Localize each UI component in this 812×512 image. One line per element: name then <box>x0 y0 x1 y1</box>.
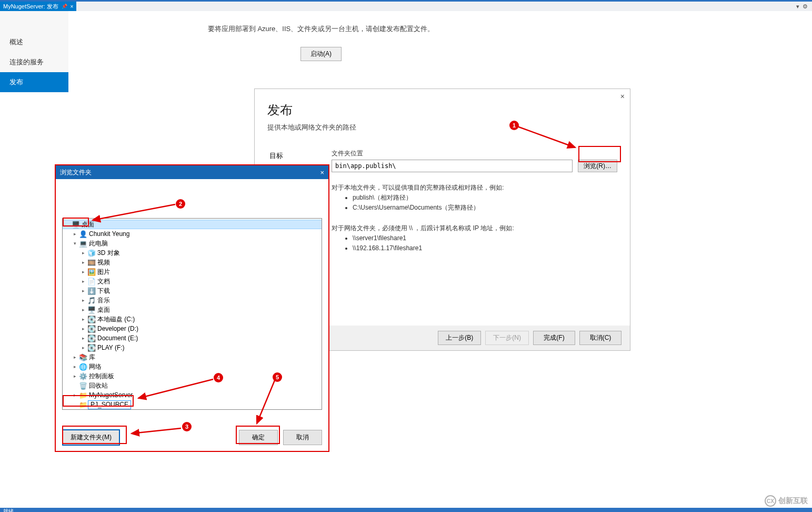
folder-icon: 🖥️ <box>71 221 81 229</box>
chevron-down-icon[interactable]: ▾ <box>71 241 78 246</box>
tree-node[interactable]: ▸🖥️桌面 <box>63 220 322 229</box>
chevron-right-icon[interactable]: ▸ <box>71 355 78 360</box>
sidebar-item-publish[interactable]: 发布 <box>0 72 68 92</box>
tree-node-label: 图片 <box>96 268 110 277</box>
folder-icon: ⚙️ <box>78 372 88 380</box>
tree-node-label: 桌面 <box>81 220 94 229</box>
gear-icon[interactable]: ⚙ <box>803 3 808 10</box>
tree-node-label: 下载 <box>96 287 110 296</box>
ok-button[interactable]: 确定 <box>239 430 278 445</box>
chevron-right-icon[interactable]: ▸ <box>79 269 87 274</box>
chevron-right-icon[interactable]: ▸ <box>71 364 78 369</box>
chevron-right-icon[interactable]: ▸ <box>71 392 78 398</box>
desc-network-intro: 对于网络文件夹，必须使用 \\ ，后跟计算机名称或 IP 地址，例如: <box>332 223 617 233</box>
dialog-subtitle: 提供本地或网络文件夹的路径 <box>267 123 617 132</box>
cancel-button[interactable]: 取消 <box>283 430 322 445</box>
watermark: CX 创新互联 <box>765 495 808 507</box>
folder-location-input[interactable] <box>332 160 573 172</box>
folder-icon: 📁 <box>78 401 88 409</box>
tree-node[interactable]: ▸🎵音乐 <box>63 296 322 305</box>
tree-node[interactable]: ▸📁MyNugetServer <box>63 390 322 400</box>
document-tab-row: MyNugetServer: 发布 📌 × ▾ ⚙ <box>0 2 812 11</box>
list-item: \\server1\fileshare1 <box>353 233 617 243</box>
tab-title: MyNugetServer: 发布 <box>3 3 58 11</box>
chevron-right-icon[interactable]: ▸ <box>79 307 87 312</box>
prev-button[interactable]: 上一步(B) <box>438 331 481 345</box>
tree-node[interactable]: ▸💽本地磁盘 (C:) <box>63 314 322 324</box>
cancel-button[interactable]: 取消(C) <box>579 331 621 345</box>
folder-tree[interactable]: ▸🖥️桌面▸👤Chunkit Yeung▾💻此电脑▸🧊3D 对象▸🎞️视频▸🖼️… <box>62 218 322 410</box>
sidebar-item-overview[interactable]: 概述 <box>0 32 68 52</box>
tree-node[interactable]: ▸📚库 <box>63 352 322 362</box>
tree-node-label: 音乐 <box>96 296 110 305</box>
new-folder-button[interactable]: 新建文件夹(M) <box>62 429 120 446</box>
finish-button[interactable]: 完成(F) <box>533 331 575 345</box>
tree-node-label: 文档 <box>96 277 110 286</box>
desc-local-list: publish\（相对路径） C:\Users\Username\Documen… <box>353 193 617 213</box>
tree-node[interactable]: ▸⬇️下载 <box>63 286 322 296</box>
chevron-right-icon[interactable]: ▸ <box>79 298 87 303</box>
tree-node-label: PLAY (F:) <box>96 344 125 351</box>
tree-node-label: Document (E:) <box>96 334 138 342</box>
tree-node-label: 3D 对象 <box>96 249 120 258</box>
folder-icon: 👤 <box>78 230 88 238</box>
tree-node[interactable]: ▸🌐网络 <box>63 362 322 371</box>
chevron-right-icon[interactable]: ▸ <box>79 250 87 255</box>
status-bar: 就绪 <box>0 508 812 512</box>
folder-icon: 💽 <box>87 344 96 352</box>
tree-node[interactable]: ▸📄文档 <box>63 277 322 286</box>
hint-text: 要将应用部署到 Azure、IIS、文件夹或另一台主机，请创建发布配置文件。 <box>174 24 468 34</box>
browse-button[interactable]: 浏览(R)… <box>578 160 617 172</box>
tree-node-label: 控制面板 <box>88 372 114 381</box>
chevron-right-icon[interactable]: ▸ <box>79 326 87 331</box>
folder-icon: 💽 <box>87 325 96 333</box>
folder-icon: 📄 <box>87 278 96 285</box>
chevron-right-icon[interactable]: ▸ <box>79 279 87 284</box>
step-target[interactable]: 目标 <box>267 148 320 164</box>
chevron-right-icon[interactable]: ▸ <box>71 231 78 237</box>
tree-node[interactable]: ▸👤Chunkit Yeung <box>63 229 322 239</box>
tree-node[interactable]: ▸💽PLAY (F:) <box>63 343 322 352</box>
browse-dialog-title: 浏览文件夹 <box>60 168 92 177</box>
tree-node[interactable]: ▸🗑️回收站 <box>63 381 322 390</box>
tree-node[interactable]: ▸💽Document (E:) <box>63 333 322 343</box>
tree-node[interactable]: ▸💽Developer (D:) <box>63 324 322 333</box>
folder-name-edit[interactable]: PJ_SOURCE <box>88 400 131 409</box>
folder-icon: ⬇️ <box>87 287 96 295</box>
sidebar: 概述 连接的服务 发布 <box>0 11 68 92</box>
tree-node-label: 桌面 <box>96 306 110 314</box>
chevron-right-icon[interactable]: ▸ <box>79 336 87 341</box>
chevron-right-icon[interactable]: ▸ <box>79 345 87 350</box>
tree-node-label: 库 <box>88 353 95 362</box>
folder-icon: 🖥️ <box>87 306 96 314</box>
tree-node[interactable]: ▸🖼️图片 <box>63 267 322 277</box>
chevron-right-icon[interactable]: ▸ <box>79 317 87 322</box>
next-button: 下一步(N) <box>485 331 529 345</box>
watermark-logo-icon: CX <box>765 495 776 507</box>
tree-node[interactable]: ▸🎞️视频 <box>63 258 322 267</box>
tree-node[interactable]: ▸⚙️控制面板 <box>63 371 322 381</box>
close-icon[interactable]: × <box>320 169 324 176</box>
tree-node[interactable]: ▸📁PJ_SOURCE <box>63 400 322 409</box>
tree-node[interactable]: ▾💻此电脑 <box>63 239 322 248</box>
tree-node[interactable]: ▸🖥️桌面 <box>63 305 322 314</box>
folder-icon: 💻 <box>78 240 88 248</box>
folder-icon: 📚 <box>78 353 88 361</box>
tree-node-label: 网络 <box>88 362 102 371</box>
tree-node-label: Developer (D:) <box>96 325 138 332</box>
pin-icon[interactable]: 📌 <box>62 4 67 9</box>
dropdown-icon[interactable]: ▾ <box>796 3 799 10</box>
document-tab[interactable]: MyNugetServer: 发布 📌 × <box>0 2 76 11</box>
chevron-right-icon[interactable]: ▸ <box>79 260 87 265</box>
folder-icon: 🌐 <box>78 363 88 371</box>
folder-icon: 📁 <box>78 391 88 399</box>
chevron-right-icon[interactable]: ▸ <box>71 373 78 379</box>
sidebar-item-connected-services[interactable]: 连接的服务 <box>0 52 68 72</box>
folder-icon: 💽 <box>87 334 96 342</box>
chevron-right-icon[interactable]: ▸ <box>79 288 87 293</box>
main-content: 概述 连接的服务 发布 要将应用部署到 Azure、IIS、文件夹或另一台主机，… <box>0 11 812 92</box>
start-button[interactable]: 启动(A) <box>300 47 342 61</box>
tree-node[interactable]: ▸🧊3D 对象 <box>63 248 322 258</box>
hint-panel: 要将应用部署到 Azure、IIS、文件夹或另一台主机，请创建发布配置文件。 启… <box>174 24 468 61</box>
tab-close-icon[interactable]: × <box>71 4 74 9</box>
